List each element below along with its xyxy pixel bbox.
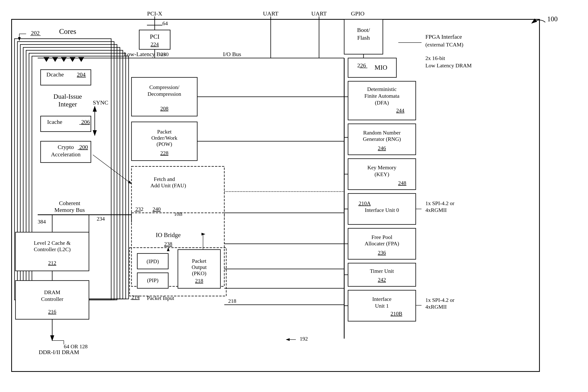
pko-label3: (PKO): [192, 270, 207, 276]
if0-label: Interface Unit 0: [365, 207, 399, 213]
svg-marker-21: [52, 57, 58, 62]
ref-234-label: 234: [97, 216, 105, 222]
pko-label1: Packet: [192, 258, 207, 264]
pow-label3: (POW): [157, 141, 172, 147]
key-mem-label2: (KEY): [374, 171, 389, 177]
ref-218-label: 218: [228, 298, 236, 304]
pow-ref: 228: [160, 150, 168, 156]
comp-label1: Compression/: [149, 84, 179, 90]
ref-384-label: 384: [38, 219, 46, 225]
diagram-container: 100 Cores 202 Dcache 204 Dual-Issue Inte…: [0, 0, 588, 392]
rng-line1: Random Number: [363, 130, 401, 136]
svg-rect-66: [131, 166, 224, 217]
ddr-bits: 64 OR 128: [64, 344, 88, 350]
crypto-label: Crypto: [58, 144, 74, 150]
crypto-ref: 200: [79, 144, 88, 150]
svg-rect-49: [348, 263, 416, 286]
dram-ctrl-ref: 216: [48, 308, 56, 314]
ipd-label: (IPD): [147, 258, 159, 264]
if0-ref: 210A: [359, 200, 371, 206]
packet-input-ref: 214: [131, 294, 140, 300]
fpa-line2: Allocater (FPA): [365, 240, 399, 246]
spi-top-label: 1x SPI-4.2 or: [425, 200, 455, 206]
rng-line2: Generator (RNG): [363, 136, 401, 142]
svg-marker-23: [70, 57, 75, 62]
sync-label: SYNC: [93, 99, 108, 106]
dfa-line1: Deterministic: [367, 86, 397, 92]
uart2-label: UART: [311, 10, 327, 17]
pko-ref: 218: [195, 278, 203, 284]
gpio-label: GPIO: [351, 10, 364, 17]
svg-marker-20: [43, 57, 49, 62]
cores-ref-label: 202: [31, 30, 40, 36]
boot-label: Boot/: [357, 27, 370, 33]
fpga-label: FPGA Interface: [425, 34, 462, 40]
ref-100: 100: [547, 15, 558, 23]
low-latency-bus-label: Low-Latency Bus: [124, 51, 166, 57]
fau-ref: 240: [153, 206, 161, 212]
if1-label: Interface: [372, 296, 391, 302]
if1-ref: 210B: [391, 310, 402, 316]
dual-issue-label2: Integer: [58, 100, 77, 108]
uart1-label: UART: [263, 10, 279, 17]
flash-label: Flash: [357, 34, 370, 41]
ddr-label: DDR-I/II DRAM: [39, 349, 79, 355]
coherent-bus-label1: Coherent: [59, 200, 80, 206]
key-mem-label: Key Memory: [367, 164, 396, 170]
l2c-label2: Controller (L2C): [34, 246, 71, 252]
ref-230-label: 230: [160, 51, 169, 57]
fau-label2: Add Unit (FAU): [150, 182, 186, 188]
io-bridge-ref: 238: [164, 241, 172, 247]
comp-label2: Decompression: [148, 91, 181, 97]
pcix-label: PCI-X: [147, 10, 162, 17]
pci-ref: 224: [151, 41, 159, 47]
pcix-bits: 64: [162, 20, 168, 26]
fpga-sub: (external TCAM): [425, 42, 463, 48]
svg-marker-22: [61, 57, 67, 62]
mio-label: MIO: [374, 64, 387, 71]
l2c-label1: Level 2 Cache &: [34, 240, 71, 246]
dram-ctrl-label2: Controller: [41, 296, 63, 302]
spi-bot-label: 1x SPI-4.2 or: [425, 297, 455, 303]
dcache-label: Dcache: [46, 71, 64, 78]
crypto-accel-label: Acceleration: [51, 151, 80, 158]
icache-label: Icache: [47, 118, 62, 125]
pip-label: (PIP): [147, 277, 158, 283]
if1-label2: Unit 1: [375, 303, 389, 309]
ref-192-label: 192: [300, 336, 308, 342]
dcache-ref: 204: [77, 71, 86, 78]
timer-ref: 242: [378, 277, 386, 283]
low-latency-dram-label: Low Latency DRAM: [425, 62, 472, 68]
fau-label1: Fetch and: [154, 176, 175, 182]
dfa-ref: 244: [396, 108, 404, 114]
pow-label2: Order/Work: [151, 135, 178, 141]
coherent-bus-label2: Memory Bus: [54, 207, 85, 213]
icache-ref: 206: [81, 118, 90, 125]
dram-2x-label: 2x 16-bit: [425, 55, 445, 61]
dram-ctrl-label1: DRAM: [44, 289, 60, 295]
rgmii-bot-label: 4xRGMII: [425, 304, 447, 310]
ref-232-label: 232: [135, 206, 143, 212]
packet-input-label: Packet Input: [147, 295, 174, 301]
rng-ref: 246: [378, 145, 386, 151]
ref-10b-label: 10B: [174, 211, 182, 217]
mio-ref-label: 226: [357, 62, 366, 68]
svg-rect-35: [348, 58, 396, 78]
fpa-line1: Free Pool: [371, 234, 392, 240]
comp-ref: 208: [160, 106, 168, 112]
svg-marker-24: [78, 57, 84, 62]
l2c-ref: 212: [48, 260, 56, 266]
key-ref: 248: [398, 180, 406, 186]
rgmii-top-label: 4xRGMII: [425, 207, 447, 213]
cores-label: Cores: [59, 27, 76, 36]
dual-issue-label: Dual-Issue: [53, 93, 82, 100]
dfa-line2: Finite Automata: [364, 93, 399, 99]
fpa-ref: 236: [378, 250, 386, 256]
pow-label1: Packet: [157, 129, 172, 135]
timer-label: Timer Unit: [370, 268, 394, 274]
pci-label: PCI: [150, 33, 160, 40]
pko-label2: Output: [192, 264, 207, 270]
io-bridge-label: IO Bridge: [156, 232, 181, 238]
dfa-line3: (DFA): [375, 100, 389, 106]
io-bus-label: I/O Bus: [223, 51, 241, 57]
